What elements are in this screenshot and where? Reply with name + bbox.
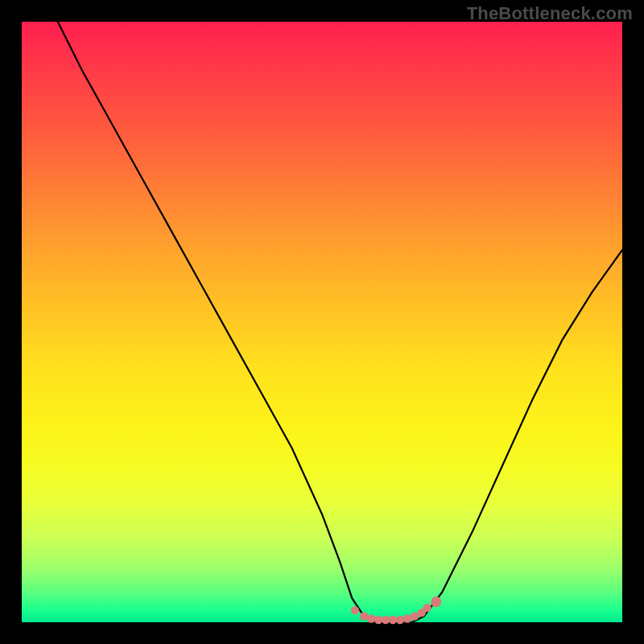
plateau-dot bbox=[411, 612, 419, 620]
plateau-dot bbox=[423, 604, 431, 612]
plateau-dot bbox=[382, 616, 390, 624]
plateau-dot bbox=[367, 614, 375, 622]
highlight-dot bbox=[431, 597, 441, 607]
plateau-dot bbox=[403, 614, 411, 622]
plateau-dot bbox=[351, 606, 359, 614]
plateau-dot bbox=[374, 616, 382, 624]
bottleneck-curve bbox=[58, 22, 622, 622]
chart-frame bbox=[22, 22, 622, 622]
plateau-dot bbox=[389, 616, 397, 624]
bottleneck-chart bbox=[22, 22, 622, 622]
plateau-dot bbox=[360, 612, 368, 620]
plateau-dot-group bbox=[351, 597, 440, 624]
watermark-label: TheBottleneck.com bbox=[467, 3, 633, 24]
plateau-dot bbox=[396, 616, 404, 624]
